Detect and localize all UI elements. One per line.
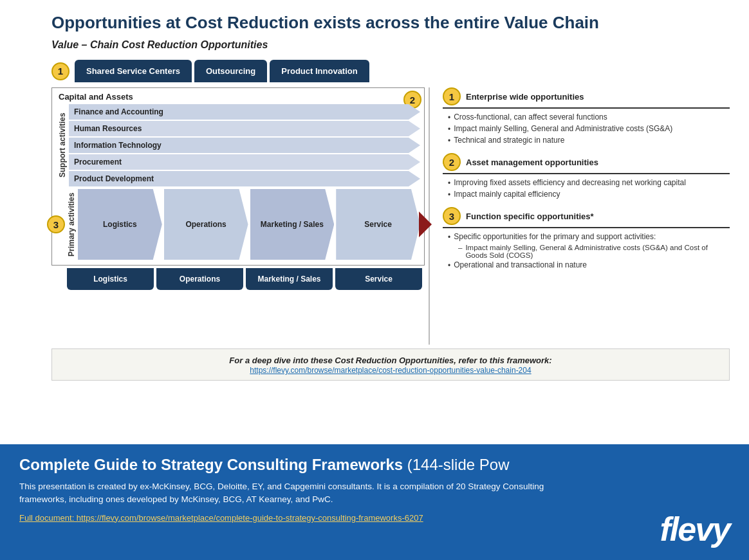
sub-bullet-3-0: – Impact mainly Selling, General & Admin… — [458, 244, 730, 259]
deepdive-box: For a deep dive into these Cost Reductio… — [51, 348, 730, 381]
badge-1-right: 1 — [443, 87, 461, 105]
btn-outsourcing[interactable]: Outsourcing — [194, 60, 267, 82]
primary-section: 3 Primary activities Logistics Operation… — [56, 189, 420, 260]
support-row-prod: Product Development — [69, 171, 420, 186]
bottom-buttons: Logistics Operations Marketing / Sales S… — [67, 268, 425, 290]
bullet-dot: • — [448, 136, 450, 145]
banner-desc: This presentation is created by ex-McKin… — [19, 480, 547, 507]
bullet-3-0: • Specific opportunities for the primary… — [448, 232, 730, 242]
primary-cell-service: Service — [336, 189, 420, 260]
primary-cell-operations: Operations — [164, 189, 248, 260]
support-rows: Finance and Accounting Human Resources I… — [69, 104, 420, 186]
bullet-dot: • — [448, 233, 450, 242]
top-section: 1 Shared Service Centers Outsourcing Pro… — [51, 60, 730, 82]
deepdive-text: For a deep dive into these Cost Reductio… — [229, 356, 551, 365]
flevy-logo: flevy — [660, 510, 730, 552]
bottom-btn-marketing[interactable]: Marketing / Sales — [246, 268, 333, 290]
support-row-finance: Finance and Accounting — [69, 104, 420, 120]
deepdive-link[interactable]: https://flevy.com/browse/marketplace/cos… — [62, 366, 719, 375]
right-title-1: Enterprise wide opportunities — [466, 92, 584, 102]
bullet-1-2: • Technical and strategic in nature — [448, 136, 730, 145]
sub-bullets-3: – Impact mainly Selling, General & Admin… — [448, 244, 730, 259]
chain-arrow — [419, 212, 432, 237]
banner-left: Complete Guide to Strategy Consulting Fr… — [19, 456, 547, 523]
main-content: Opportunities at Cost Reduction exists a… — [0, 0, 749, 444]
chain-box: Capital and Assets 2 Support activities … — [51, 87, 425, 266]
support-row-it: Information Technology — [69, 138, 420, 153]
badge-3: 3 — [47, 215, 65, 233]
bullet-dot: • — [448, 261, 450, 270]
bullet-dot: • — [448, 113, 450, 122]
support-row-proc: Procurement — [69, 154, 420, 170]
badge-2-right: 2 — [443, 153, 461, 171]
primary-cells: Logistics Operations Marketing / Sales S… — [78, 189, 420, 260]
subtitle: Value – Chain Cost Reduction Opportuniti… — [51, 39, 730, 51]
bottom-banner: Complete Guide to Strategy Consulting Fr… — [0, 444, 749, 560]
right-item-2: 2 Asset management opportunities • Impro… — [443, 153, 730, 199]
banner-title-bold: Complete Guide to Strategy Consulting Fr… — [19, 456, 403, 473]
bullet-2-1: • Impact mainly capital efficiency — [448, 190, 730, 199]
banner-link[interactable]: Full document: https://flevy.com/browse/… — [19, 513, 423, 523]
right-title-2: Asset management opportunities — [466, 158, 598, 167]
right-bullets-2: • Improving fixed assets efficiency and … — [443, 178, 730, 199]
bullet-dot: • — [448, 179, 450, 188]
primary-cell-marketing: Marketing / Sales — [250, 189, 335, 260]
chain-box-title: Capital and Assets — [56, 92, 420, 102]
diagram-row: Capital and Assets 2 Support activities … — [51, 87, 730, 345]
banner-title-normal: (144-slide Pow — [403, 456, 509, 473]
bullet-dot: • — [448, 125, 450, 134]
logo-text: flevy — [660, 510, 730, 548]
bullet-dot: • — [448, 190, 450, 199]
banner-title: Complete Guide to Strategy Consulting Fr… — [19, 456, 547, 474]
badge-3-right: 3 — [443, 207, 461, 225]
primary-cell-logistics: Logistics — [78, 189, 162, 260]
right-bullets-1: • Cross-functional, can affect several f… — [443, 113, 730, 145]
right-item-1: 1 Enterprise wide opportunities • Cross-… — [443, 87, 730, 145]
right-bullets-3: • Specific opportunities for the primary… — [443, 232, 730, 270]
dash: – — [458, 244, 462, 259]
right-header-2: 2 Asset management opportunities — [443, 153, 730, 174]
bottom-btn-operations[interactable]: Operations — [156, 268, 243, 290]
bottom-btn-service[interactable]: Service — [335, 268, 422, 290]
bullet-1-1: • Impact mainly Selling, General and Adm… — [448, 124, 730, 134]
top-buttons-group: Shared Service Centers Outsourcing Produ… — [75, 60, 369, 82]
right-header-3: 3 Function specific opportunities* — [443, 207, 730, 228]
right-item-3: 3 Function specific opportunities* • Spe… — [443, 207, 730, 270]
badge-1-top: 1 — [51, 62, 69, 80]
left-diagram: Capital and Assets 2 Support activities … — [51, 87, 425, 290]
primary-label: Primary activities — [65, 189, 78, 260]
page-container: Opportunities at Cost Reduction exists a… — [0, 0, 749, 560]
bullet-2-0: • Improving fixed assets efficiency and … — [448, 178, 730, 188]
bottom-btn-logistics[interactable]: Logistics — [67, 268, 154, 290]
right-title-3: Function specific opportunities* — [466, 212, 594, 221]
support-row-hr: Human Resources — [69, 121, 420, 136]
bullet-1-0: • Cross-functional, can affect several f… — [448, 113, 730, 122]
support-section: Support activities Finance and Accountin… — [56, 104, 420, 186]
btn-shared-service[interactable]: Shared Service Centers — [75, 60, 192, 82]
right-panel: 1 Enterprise wide opportunities • Cross-… — [434, 87, 730, 278]
right-header-1: 1 Enterprise wide opportunities — [443, 87, 730, 109]
page-title: Opportunities at Cost Reduction exists a… — [51, 13, 730, 33]
bullet-3-extra: • Operational and transactional in natur… — [448, 260, 730, 270]
btn-product-innovation[interactable]: Product Innovation — [270, 60, 369, 82]
support-label: Support activities — [56, 104, 69, 186]
